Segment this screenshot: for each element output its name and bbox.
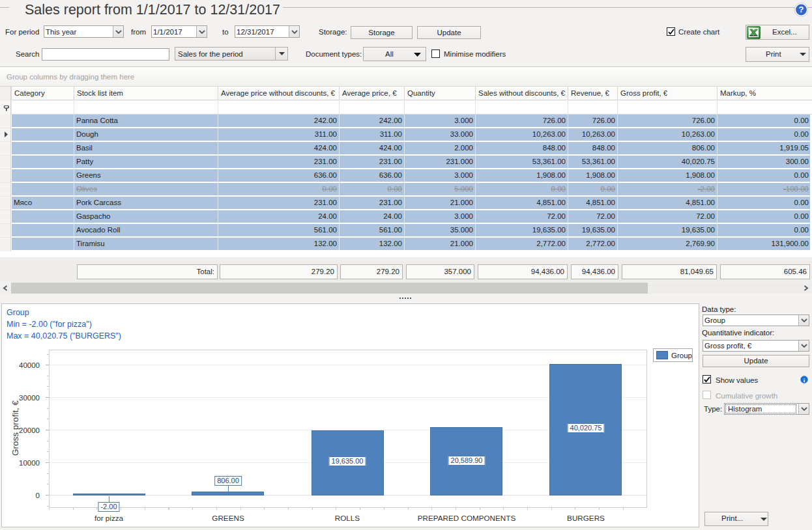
svg-text:?: ? bbox=[799, 5, 804, 14]
